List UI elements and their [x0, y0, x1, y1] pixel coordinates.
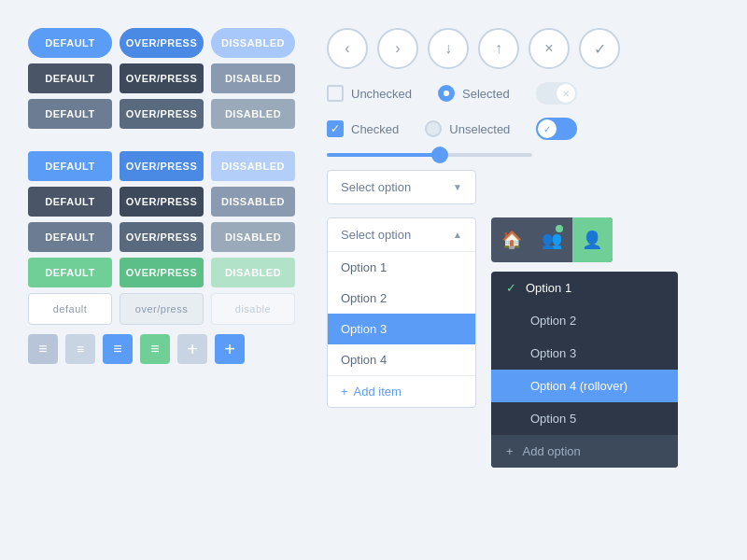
- toggle-on[interactable]: ✓: [536, 118, 577, 140]
- btn-over-7[interactable]: OVER/PRESS: [120, 258, 204, 287]
- btn-default-7[interactable]: DEFAULT: [28, 258, 112, 287]
- button-row-3: DEFAULT OVER/PRESS DISABLED: [28, 99, 308, 129]
- toggle-off[interactable]: ✕: [536, 82, 577, 105]
- toggle-knob-on: ✓: [538, 119, 557, 138]
- circle-btn-check[interactable]: ✓: [579, 28, 620, 69]
- circle-btn-close[interactable]: ×: [529, 28, 570, 69]
- btn-over-6[interactable]: OVER/PRESS: [120, 222, 204, 252]
- select-option-3-selected[interactable]: Option 3: [328, 314, 475, 344]
- chevron-down-icon: ▼: [453, 182, 462, 192]
- button-row-5: DEFAULT OVER/PRESS DISSABLED: [28, 187, 308, 217]
- btn-default-5[interactable]: DEFAULT: [28, 187, 112, 217]
- circle-btn-forward[interactable]: ›: [377, 28, 418, 69]
- button-row-8: default over/press disable: [28, 293, 308, 325]
- bottom-selects-row: Select option ▲ Option 1 Option 2 Option…: [327, 217, 719, 468]
- btn-disabled-8: disable: [211, 293, 295, 325]
- select-collapsed-label: Select option: [341, 180, 411, 194]
- unchecked-checkbox[interactable]: [327, 85, 344, 102]
- btn-default-1[interactable]: DEFAULT: [28, 28, 112, 58]
- unselected-radio[interactable]: [425, 120, 442, 137]
- icon-btn-plus-gray[interactable]: +: [177, 334, 207, 364]
- select-collapsed[interactable]: Select option ▼: [327, 170, 476, 204]
- checked-item: ✓ Checked: [327, 120, 399, 137]
- btn-disabled-1: DISSABLED: [211, 28, 295, 58]
- checkbox-row-2: ✓ Checked Unselected ✓: [327, 118, 719, 140]
- button-row-7: DEFAULT OVER/PRESS DISABLED: [28, 258, 308, 287]
- button-row-2: DEFAULT OVER/PRESS DISABLED: [28, 63, 308, 93]
- dark-option-2-label: Option 2: [530, 314, 576, 328]
- dark-option-4[interactable]: Option 4 (rollover): [491, 370, 678, 402]
- btn-over-1[interactable]: OVER/PRESS: [120, 28, 204, 58]
- dark-option-1-label: Option 1: [526, 281, 571, 295]
- circle-buttons-row: ‹ › ↓ ↑ × ✓: [327, 28, 719, 69]
- dark-option-4-label: Option 4 (rollover): [530, 379, 627, 393]
- slider-thumb[interactable]: [431, 147, 448, 163]
- right-sub: 🏠 👥 👤 ✓ Option 1: [491, 217, 678, 468]
- selected-item: Selected: [438, 85, 510, 102]
- btn-disabled-3: DISABLED: [211, 99, 295, 129]
- dark-option-2[interactable]: Option 2: [491, 304, 678, 337]
- icon-button-row: ≡ ≡ ≡ ≡ + +: [28, 334, 308, 364]
- btn-disabled-2: DISABLED: [211, 63, 295, 93]
- btn-over-8[interactable]: over/press: [120, 293, 204, 325]
- tab-home-icon[interactable]: 🏠: [491, 217, 531, 262]
- selected-label: Selected: [462, 87, 510, 101]
- icon-btn-plus-blue[interactable]: +: [215, 334, 245, 364]
- select-option-4[interactable]: Option 4: [328, 344, 475, 375]
- icon-btn-list-4[interactable]: ≡: [140, 334, 170, 364]
- btn-default-3[interactable]: DEFAULT: [28, 99, 112, 129]
- toggle-knob-off: ✕: [557, 84, 575, 103]
- button-row-4: DEFAULT OVER/PRESS DISSABLED: [28, 151, 308, 181]
- circle-btn-upload[interactable]: ↑: [478, 28, 519, 69]
- dark-option-5[interactable]: Option 5: [491, 402, 678, 435]
- slider-track: [327, 153, 532, 157]
- btn-over-4[interactable]: OVER/PRESS: [120, 151, 204, 181]
- toggle-check-icon: ✓: [543, 124, 551, 134]
- dark-option-3[interactable]: Option 3: [491, 337, 678, 370]
- select-expanded-light: Select option ▲ Option 1 Option 2 Option…: [327, 217, 476, 408]
- select-expanded-header[interactable]: Select option ▲: [328, 218, 475, 252]
- add-item-label: Add item: [354, 385, 402, 399]
- button-row-1: DEFAULT OVER/PRESS DISSABLED: [28, 28, 308, 58]
- select-option-1[interactable]: Option 1: [328, 252, 475, 283]
- circle-btn-back[interactable]: ‹: [327, 28, 368, 69]
- btn-default-8[interactable]: default: [28, 293, 112, 325]
- dark-plus-icon: +: [506, 444, 514, 458]
- toggle-x-icon: ✕: [562, 89, 570, 99]
- checked-checkbox[interactable]: ✓: [327, 120, 344, 137]
- radio-inner: [444, 91, 449, 96]
- btn-over-5[interactable]: OVER/PRESS: [120, 187, 204, 217]
- left-panel: DEFAULT OVER/PRESS DISSABLED DEFAULT OVE…: [28, 28, 308, 532]
- right-panel: ‹ › ↓ ↑ × ✓ Unchecked Selected ✕: [327, 28, 719, 532]
- circle-btn-download[interactable]: ↓: [428, 28, 469, 69]
- chevron-up-icon: ▲: [453, 230, 462, 240]
- icon-btn-list-3[interactable]: ≡: [103, 334, 133, 364]
- dark-option-1[interactable]: ✓ Option 1: [491, 272, 678, 304]
- select-option-2[interactable]: Option 2: [328, 283, 475, 314]
- select-add-item[interactable]: + Add item: [328, 375, 475, 407]
- btn-disabled-4: DISSABLED: [211, 151, 295, 181]
- unselected-label: Unselected: [449, 122, 510, 136]
- icon-btn-list-1[interactable]: ≡: [28, 334, 58, 364]
- dark-add-option[interactable]: + Add option: [491, 435, 678, 468]
- checked-label: Checked: [351, 122, 399, 136]
- dark-option-5-label: Option 5: [530, 412, 576, 426]
- btn-over-2[interactable]: OVER/PRESS: [120, 63, 204, 93]
- btn-disabled-6: DISABLED: [211, 222, 295, 252]
- btn-default-4[interactable]: DEFAULT: [28, 151, 112, 181]
- checkbox-row-1: Unchecked Selected ✕: [327, 82, 719, 105]
- btn-default-6[interactable]: DEFAULT: [28, 222, 112, 252]
- dark-add-label: Add option: [523, 444, 581, 458]
- tab-users-icon[interactable]: 👥: [531, 217, 571, 262]
- unselected-item: Unselected: [425, 120, 510, 137]
- tab-user-icon[interactable]: 👤: [572, 217, 613, 262]
- btn-over-3[interactable]: OVER/PRESS: [120, 99, 204, 129]
- btn-disabled-5: DISSABLED: [211, 187, 295, 217]
- slider-fill: [327, 153, 440, 157]
- btn-disabled-7: DISABLED: [211, 258, 295, 287]
- selected-radio[interactable]: [438, 85, 455, 102]
- icon-btn-list-2[interactable]: ≡: [65, 334, 95, 364]
- plus-icon: +: [341, 385, 348, 399]
- notification-dot: [556, 225, 563, 232]
- btn-default-2[interactable]: DEFAULT: [28, 63, 112, 93]
